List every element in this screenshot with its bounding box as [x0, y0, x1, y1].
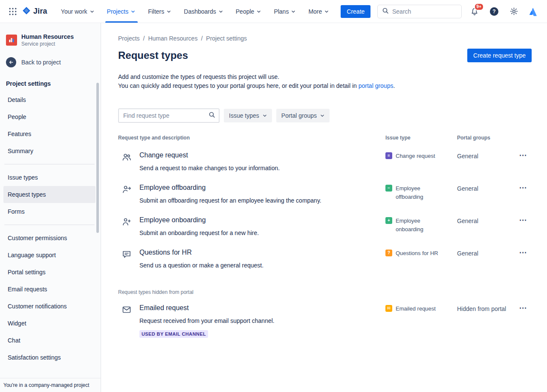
employee-onboarding-issue-icon: +	[385, 217, 392, 224]
request-type-name-link[interactable]: Questions for HR	[139, 248, 192, 257]
breadcrumb-human-resources[interactable]: Human Resources	[148, 35, 197, 42]
portal-groups-filter-dropdown[interactable]: Portal groups	[276, 109, 330, 122]
breadcrumb-separator: /	[201, 35, 203, 42]
svg-text:?: ?	[492, 9, 495, 15]
used-by-email-channel-badge: USED BY EMAIL CHANNEL	[139, 330, 208, 338]
project-settings-sidebar: Human Resources Service project Back to …	[0, 23, 101, 392]
back-to-project-button[interactable]: Back to project	[3, 51, 96, 74]
top-navigation: Jira Your work Projects Filters Dashboar…	[0, 0, 547, 23]
comment-icon	[122, 249, 132, 259]
row-actions-menu-button[interactable]: ⋯	[518, 151, 529, 160]
create-request-type-button[interactable]: Create request type	[467, 49, 532, 62]
sidebar-item-customer-permissions[interactable]: Customer permissions	[3, 229, 96, 247]
row-actions-menu-button[interactable]: ⋯	[518, 216, 529, 224]
people-group-icon	[122, 152, 132, 162]
notifications-count-badge: 9+	[474, 3, 484, 11]
project-header: Human Resources Service project	[3, 32, 96, 51]
sidebar-item-issue-types[interactable]: Issue types	[3, 169, 96, 186]
request-type-description: Submit an offboarding request for an emp…	[139, 196, 321, 205]
request-type-row: Questions for HR Send us a question or m…	[118, 240, 532, 272]
nav-more[interactable]: More	[302, 0, 336, 23]
sidebar-section-title: Project settings	[3, 74, 96, 91]
sidebar-item-details[interactable]: Details	[3, 91, 96, 108]
sidebar-item-request-types[interactable]: Request types	[3, 186, 96, 203]
column-portal-groups: Portal groups	[457, 135, 515, 141]
request-type-name-link[interactable]: Employee offboarding	[139, 183, 205, 192]
back-arrow-icon	[6, 57, 16, 67]
sidebar-item-language-support[interactable]: Language support	[3, 247, 96, 264]
sidebar-item-chat[interactable]: Chat	[3, 332, 96, 349]
request-type-name-link[interactable]: Employee onboarding	[139, 216, 206, 224]
sidebar-item-widget[interactable]: Widget	[3, 315, 96, 332]
column-request-type: Request type and description	[118, 135, 385, 141]
filter-bar: Issue types Portal groups	[118, 108, 532, 123]
request-type-name-link[interactable]: Emailed request	[139, 304, 189, 312]
change-request-issue-icon: ≡	[385, 152, 392, 159]
row-actions-menu-button[interactable]: ⋯	[518, 183, 529, 192]
portal-group-cell: General	[457, 248, 515, 258]
nav-your-work[interactable]: Your work	[55, 0, 101, 23]
project-type: Service project	[21, 41, 74, 47]
settings-gear-icon[interactable]	[507, 5, 521, 18]
user-plus-icon	[122, 217, 132, 227]
request-type-description: Send a request to make changes to your i…	[139, 164, 280, 172]
sidebar-divider	[4, 164, 95, 165]
sidebar-item-portal-settings[interactable]: Portal settings	[3, 264, 96, 281]
description-line-2: You can quickly add request types to you…	[118, 81, 532, 90]
notifications-bell-icon[interactable]: 9+	[468, 5, 481, 18]
search-input[interactable]	[392, 8, 457, 15]
project-name: Human Resources	[21, 33, 74, 41]
sidebar-item-features[interactable]: Features	[3, 125, 96, 142]
request-types-page: Projects / Human Resources / Project set…	[101, 23, 547, 392]
breadcrumb-separator: /	[143, 35, 145, 42]
sidebar-item-satisfaction-settings[interactable]: Satisfaction settings	[3, 349, 96, 366]
hidden-from-portal-section-label: Request types hidden from portal	[118, 289, 532, 295]
sidebar-scrollbar[interactable]	[96, 83, 99, 233]
sidebar-item-people[interactable]: People	[3, 108, 96, 125]
nav-people[interactable]: People	[230, 0, 268, 23]
breadcrumb: Projects / Human Resources / Project set…	[118, 35, 532, 42]
table-header: Request type and description Issue type …	[118, 135, 532, 142]
request-type-description: Submit an onboarding request for a new h…	[139, 229, 259, 237]
create-button[interactable]: Create	[341, 5, 370, 18]
breadcrumb-projects[interactable]: Projects	[118, 35, 140, 42]
request-type-row: Employee offboarding Submit an offboardi…	[118, 175, 532, 207]
portal-group-cell: General	[457, 216, 515, 225]
sidebar-item-email-requests[interactable]: Email requests	[3, 281, 96, 298]
row-actions-menu-button[interactable]: ⋯	[518, 248, 529, 257]
breadcrumb-project-settings[interactable]: Project settings	[206, 35, 247, 42]
back-to-project-label: Back to project	[21, 59, 61, 66]
row-actions-menu-button[interactable]: ⋯	[518, 304, 529, 312]
nav-dashboards[interactable]: Dashboards	[178, 0, 230, 23]
portal-groups-link[interactable]: portal groups	[359, 82, 394, 89]
issue-types-filter-dropdown[interactable]: Issue types	[224, 109, 272, 122]
search-icon	[208, 111, 215, 120]
portal-group-cell: General	[457, 183, 515, 193]
sidebar-item-forms[interactable]: Forms	[3, 203, 96, 220]
nav-projects[interactable]: Projects	[101, 0, 142, 23]
page-description: Add and customize the types of requests …	[118, 73, 532, 90]
sidebar-item-summary[interactable]: Summary	[3, 142, 96, 160]
envelope-icon	[122, 305, 132, 315]
primary-nav: Your work Projects Filters Dashboards Pe…	[55, 0, 336, 23]
global-search[interactable]	[377, 5, 462, 18]
request-type-name-link[interactable]: Change request	[139, 151, 188, 160]
request-type-description: Request received from your email support…	[139, 317, 275, 325]
help-icon[interactable]: ?	[487, 5, 501, 18]
nav-filters[interactable]: Filters	[142, 0, 178, 23]
request-type-description: Send us a question or make a general req…	[139, 261, 263, 270]
find-request-type-input[interactable]	[123, 112, 208, 119]
request-type-row: Change request Send a request to make ch…	[118, 142, 532, 175]
page-title: Request types	[118, 49, 188, 61]
issue-type-cell: ✉ Emailed request	[385, 304, 457, 313]
sidebar-item-customer-notifications[interactable]: Customer notifications	[3, 298, 96, 315]
jira-logo[interactable]: Jira	[22, 6, 47, 17]
jira-logo-icon	[22, 6, 31, 17]
portal-group-cell: General	[457, 151, 515, 160]
questions-for-hr-issue-icon: ?	[385, 250, 392, 256]
issue-type-cell: ? Questions for HR	[385, 248, 457, 258]
nav-plans[interactable]: Plans	[268, 0, 302, 23]
atlassian-icon[interactable]	[527, 5, 540, 18]
find-request-type-box[interactable]	[118, 108, 220, 123]
app-switcher-icon[interactable]	[6, 5, 20, 18]
